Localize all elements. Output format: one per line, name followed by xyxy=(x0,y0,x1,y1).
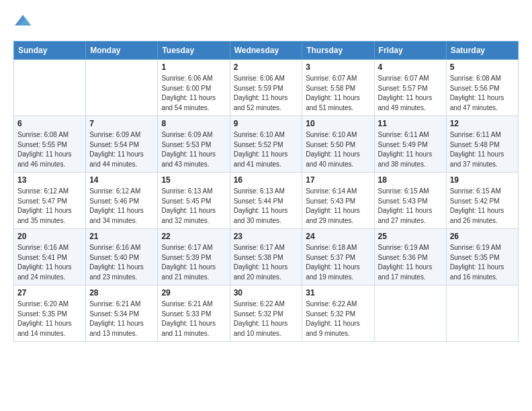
calendar-header-sunday: Sunday xyxy=(14,42,86,60)
calendar-week-row: 6 Sunrise: 6:08 AMSunset: 5:55 PMDayligh… xyxy=(14,116,519,173)
calendar-cell: 29 Sunrise: 6:21 AMSunset: 5:33 PMDaylig… xyxy=(158,285,230,342)
day-info: Sunrise: 6:10 AMSunset: 5:52 PMDaylight:… xyxy=(234,130,299,169)
calendar-header-saturday: Saturday xyxy=(446,42,518,60)
calendar-cell: 4 Sunrise: 6:07 AMSunset: 5:57 PMDayligh… xyxy=(374,60,446,116)
calendar-cell: 21 Sunrise: 6:16 AMSunset: 5:40 PMDaylig… xyxy=(86,229,158,285)
day-number: 31 xyxy=(306,288,370,298)
calendar-cell: 9 Sunrise: 6:10 AMSunset: 5:52 PMDayligh… xyxy=(230,116,302,173)
day-info: Sunrise: 6:16 AMSunset: 5:40 PMDaylight:… xyxy=(89,243,154,282)
calendar-cell: 19 Sunrise: 6:15 AMSunset: 5:42 PMDaylig… xyxy=(446,173,518,229)
calendar-cell: 16 Sunrise: 6:13 AMSunset: 5:44 PMDaylig… xyxy=(230,173,302,229)
logo-icon xyxy=(15,13,31,27)
day-info: Sunrise: 6:21 AMSunset: 5:34 PMDaylight:… xyxy=(89,300,154,338)
day-number: 24 xyxy=(306,232,370,241)
calendar-header-thursday: Thursday xyxy=(302,42,374,60)
calendar-cell xyxy=(446,285,518,342)
calendar-cell: 15 Sunrise: 6:13 AMSunset: 5:45 PMDaylig… xyxy=(158,173,230,229)
calendar-cell: 20 Sunrise: 6:16 AMSunset: 5:41 PMDaylig… xyxy=(14,229,86,285)
day-info: Sunrise: 6:06 AMSunset: 5:59 PMDaylight:… xyxy=(234,74,299,113)
day-info: Sunrise: 6:22 AMSunset: 5:32 PMDaylight:… xyxy=(306,300,370,338)
day-number: 28 xyxy=(89,288,154,298)
day-info: Sunrise: 6:16 AMSunset: 5:41 PMDaylight:… xyxy=(17,243,82,282)
day-number: 11 xyxy=(378,119,443,128)
day-info: Sunrise: 6:07 AMSunset: 5:57 PMDaylight:… xyxy=(378,74,443,113)
calendar-cell: 12 Sunrise: 6:11 AMSunset: 5:48 PMDaylig… xyxy=(446,116,518,173)
calendar-cell: 31 Sunrise: 6:22 AMSunset: 5:32 PMDaylig… xyxy=(302,285,374,342)
day-number: 3 xyxy=(306,62,370,72)
calendar-cell: 14 Sunrise: 6:12 AMSunset: 5:46 PMDaylig… xyxy=(86,173,158,229)
calendar-cell: 6 Sunrise: 6:08 AMSunset: 5:55 PMDayligh… xyxy=(14,116,86,173)
calendar-cell: 28 Sunrise: 6:21 AMSunset: 5:34 PMDaylig… xyxy=(86,285,158,342)
day-info: Sunrise: 6:08 AMSunset: 5:55 PMDaylight:… xyxy=(17,130,82,169)
day-number: 15 xyxy=(161,175,226,185)
day-number: 14 xyxy=(89,175,154,185)
calendar-cell: 2 Sunrise: 6:06 AMSunset: 5:59 PMDayligh… xyxy=(230,60,302,116)
day-info: Sunrise: 6:19 AMSunset: 5:36 PMDaylight:… xyxy=(378,243,443,282)
day-number: 7 xyxy=(89,119,154,128)
calendar-week-row: 20 Sunrise: 6:16 AMSunset: 5:41 PMDaylig… xyxy=(14,229,519,285)
calendar-cell: 23 Sunrise: 6:17 AMSunset: 5:38 PMDaylig… xyxy=(230,229,302,285)
day-info: Sunrise: 6:13 AMSunset: 5:45 PMDaylight:… xyxy=(161,187,226,226)
calendar-cell: 18 Sunrise: 6:15 AMSunset: 5:43 PMDaylig… xyxy=(374,173,446,229)
calendar-week-row: 27 Sunrise: 6:20 AMSunset: 5:35 PMDaylig… xyxy=(14,285,519,342)
day-info: Sunrise: 6:09 AMSunset: 5:54 PMDaylight:… xyxy=(89,130,154,169)
day-number: 30 xyxy=(234,288,299,298)
day-info: Sunrise: 6:14 AMSunset: 5:43 PMDaylight:… xyxy=(306,187,370,226)
day-number: 29 xyxy=(161,288,226,298)
day-number: 23 xyxy=(234,232,299,241)
day-number: 25 xyxy=(378,232,443,241)
calendar-cell: 25 Sunrise: 6:19 AMSunset: 5:36 PMDaylig… xyxy=(374,229,446,285)
day-number: 9 xyxy=(234,119,299,128)
calendar-header-wednesday: Wednesday xyxy=(230,42,302,60)
calendar-cell xyxy=(374,285,446,342)
day-number: 2 xyxy=(234,62,299,72)
calendar-header-tuesday: Tuesday xyxy=(158,42,230,60)
calendar-cell: 17 Sunrise: 6:14 AMSunset: 5:43 PMDaylig… xyxy=(302,173,374,229)
day-number: 5 xyxy=(450,62,515,72)
calendar-cell: 30 Sunrise: 6:22 AMSunset: 5:32 PMDaylig… xyxy=(230,285,302,342)
day-info: Sunrise: 6:15 AMSunset: 5:43 PMDaylight:… xyxy=(378,187,443,226)
calendar-cell: 1 Sunrise: 6:06 AMSunset: 6:00 PMDayligh… xyxy=(158,60,230,116)
calendar-cell xyxy=(86,60,158,116)
day-info: Sunrise: 6:13 AMSunset: 5:44 PMDaylight:… xyxy=(234,187,299,226)
day-info: Sunrise: 6:18 AMSunset: 5:37 PMDaylight:… xyxy=(306,243,370,282)
day-info: Sunrise: 6:07 AMSunset: 5:58 PMDaylight:… xyxy=(306,74,370,113)
day-number: 1 xyxy=(161,62,226,72)
day-number: 26 xyxy=(450,232,515,241)
calendar-cell: 3 Sunrise: 6:07 AMSunset: 5:58 PMDayligh… xyxy=(302,60,374,116)
day-info: Sunrise: 6:11 AMSunset: 5:49 PMDaylight:… xyxy=(378,130,443,169)
calendar-cell: 7 Sunrise: 6:09 AMSunset: 5:54 PMDayligh… xyxy=(86,116,158,173)
calendar-week-row: 13 Sunrise: 6:12 AMSunset: 5:47 PMDaylig… xyxy=(14,173,519,229)
calendar-cell: 8 Sunrise: 6:09 AMSunset: 5:53 PMDayligh… xyxy=(158,116,230,173)
calendar-cell: 13 Sunrise: 6:12 AMSunset: 5:47 PMDaylig… xyxy=(14,173,86,229)
day-info: Sunrise: 6:21 AMSunset: 5:33 PMDaylight:… xyxy=(161,300,226,338)
logo-text xyxy=(13,13,31,30)
calendar-cell xyxy=(14,60,86,116)
day-number: 13 xyxy=(17,175,82,185)
day-info: Sunrise: 6:17 AMSunset: 5:39 PMDaylight:… xyxy=(161,243,226,282)
calendar-header-friday: Friday xyxy=(374,42,446,60)
calendar-table: SundayMondayTuesdayWednesdayThursdayFrid… xyxy=(13,41,519,342)
day-number: 27 xyxy=(17,288,82,298)
day-info: Sunrise: 6:20 AMSunset: 5:35 PMDaylight:… xyxy=(17,300,82,338)
calendar-cell: 10 Sunrise: 6:10 AMSunset: 5:50 PMDaylig… xyxy=(302,116,374,173)
day-info: Sunrise: 6:17 AMSunset: 5:38 PMDaylight:… xyxy=(234,243,299,282)
day-number: 8 xyxy=(161,119,226,128)
logo xyxy=(13,13,38,30)
day-info: Sunrise: 6:15 AMSunset: 5:42 PMDaylight:… xyxy=(450,187,515,226)
day-info: Sunrise: 6:12 AMSunset: 5:47 PMDaylight:… xyxy=(17,187,82,226)
calendar-cell: 22 Sunrise: 6:17 AMSunset: 5:39 PMDaylig… xyxy=(158,229,230,285)
calendar-week-row: 1 Sunrise: 6:06 AMSunset: 6:00 PMDayligh… xyxy=(14,60,519,116)
day-info: Sunrise: 6:12 AMSunset: 5:46 PMDaylight:… xyxy=(89,187,154,226)
day-number: 16 xyxy=(234,175,299,185)
day-info: Sunrise: 6:11 AMSunset: 5:48 PMDaylight:… xyxy=(450,130,515,169)
day-number: 12 xyxy=(450,119,515,128)
day-number: 21 xyxy=(89,232,154,241)
day-info: Sunrise: 6:22 AMSunset: 5:32 PMDaylight:… xyxy=(234,300,299,338)
day-number: 6 xyxy=(17,119,82,128)
calendar-cell: 27 Sunrise: 6:20 AMSunset: 5:35 PMDaylig… xyxy=(14,285,86,342)
day-number: 10 xyxy=(306,119,370,128)
day-info: Sunrise: 6:08 AMSunset: 5:56 PMDaylight:… xyxy=(450,74,515,113)
calendar-cell: 26 Sunrise: 6:19 AMSunset: 5:35 PMDaylig… xyxy=(446,229,518,285)
day-info: Sunrise: 6:09 AMSunset: 5:53 PMDaylight:… xyxy=(161,130,226,169)
